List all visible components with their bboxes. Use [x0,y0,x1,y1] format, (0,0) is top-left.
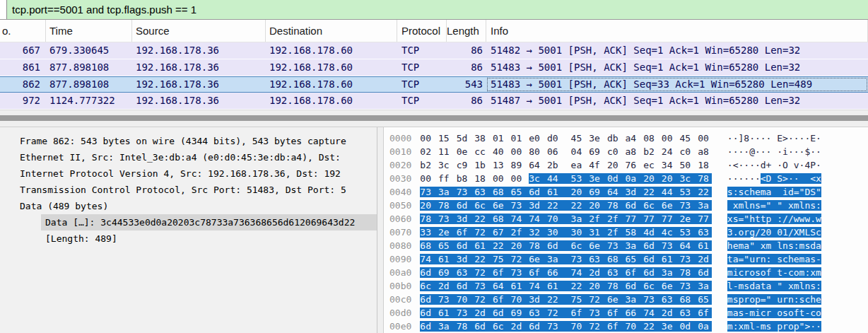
hex-byte: 63 [607,267,626,278]
hex-byte: 73 [643,294,662,305]
hex-byte: 61 [474,240,493,251]
hex-row[interactable]: 00d06d61732d6d6963726f736f66742d636fmas-… [389,306,868,320]
hex-byte: 63 [589,254,607,264]
hex-offset: 00c0 [389,294,420,305]
ascii-char: " [816,187,821,197]
column-header-destination[interactable]: Destination [266,20,397,42]
packet-cell-info: 51483 → 5001 [PSH, ACK] Seq=1 Ack=1 Win=… [486,59,868,76]
hex-byte: ec [643,160,662,170]
column-header-no[interactable]: o. [0,20,46,42]
hex-byte: d0 [547,133,571,144]
detail-line[interactable]: Frame 862: 543 bytes on wire (4344 bits)… [20,133,377,149]
hex-ascii: ta="urn: schemas- [727,254,821,264]
ascii-char: " [749,240,755,251]
hex-byte: cc [474,146,493,157]
ascii-char: e [816,294,821,305]
hex-byte: 6f [698,308,712,318]
ascii-char: X [794,227,799,238]
hex-row[interactable]: 00e06d3a786d6c2d6d7370726f70223e0d0am:xm… [389,320,868,333]
packet-cell-protocol: TCP [397,42,447,59]
ascii-char: l [727,281,733,291]
hex-row[interactable]: 00c06d7370726f703d2275726e3a73636865mspr… [389,293,868,306]
hex-byte: 6d [529,321,547,332]
hex-byte: 70 [571,321,590,332]
pane-splitter-handle[interactable] [0,115,868,121]
hex-byte: 3d [457,254,475,264]
ascii-char: o [749,294,755,305]
hex-row[interactable]: 003000ffb81800003c44533e0d0a20203c78····… [389,172,868,185]
packet-row[interactable]: 861877.898108192.168.178.36192.168.178.6… [0,59,868,76]
detail-line[interactable]: Transmission Control Protocol, Src Port:… [20,182,377,198]
ascii-char: o [777,308,782,318]
pane-splitter[interactable] [0,110,868,127]
ascii-char: - [755,321,761,332]
column-header-protocol[interactable]: Protocol [397,20,447,42]
detail-line[interactable]: Ethernet II, Src: Intel_3e:db:a4 (e0:d0:… [20,149,377,165]
hex-row[interactable]: 0070332e6f72672f323030312f584d4c53633.or… [389,226,868,239]
hex-row[interactable]: 009074613d2275726e3a736368656d61732dta="… [389,252,868,266]
hex-byte: 61 [547,187,571,197]
ascii-char: m [727,321,733,332]
ascii-char: s [810,281,816,291]
column-header-length[interactable]: Length [447,20,486,42]
hex-byte: 2f [589,214,607,224]
ascii-char: h [810,294,816,305]
hex-byte: 3d [529,294,547,305]
detail-line[interactable]: [Length: 489] [41,230,377,247]
hex-row[interactable]: 008068656d612220786d6c6e733a6d736461hema… [389,239,868,252]
hex-byte: 72 [474,294,493,305]
hex-byte: 72 [589,294,607,305]
hex-row[interactable]: 006078733d22687474703a2f2f7777772e77xs="… [389,212,868,226]
hex-byte: 2e [680,214,698,224]
hex-byte: 65 [511,187,529,197]
hex-row[interactable]: 00a06d6963726f736f66742d636f6d3a786dmicr… [389,266,868,279]
hex-row[interactable]: 0020b23cc91b1389642bea4f2076ec345018·<··… [389,158,868,172]
hex-row[interactable]: 0040733a736368656d612069643d22445322s:sc… [389,185,868,199]
hex-byte: 65 [626,254,644,264]
hex-byte: 6d [643,267,662,278]
hex-row[interactable]: 001002110ecc400080060469c0a8b224c0a8····… [389,145,868,158]
ascii-char: n [782,240,788,251]
hex-byte: 73 [680,254,698,264]
ascii-char: S [810,227,816,238]
hex-byte: 6d [420,308,438,318]
packet-cell-length: 86 [447,59,486,76]
ascii-char: S [810,187,816,197]
ascii-char: m [749,308,755,318]
packet-cell-no: 667 [0,42,46,59]
hex-byte: 2b [547,160,571,170]
ascii-char: a [744,240,749,251]
hex-byte: 3e [662,321,680,332]
packet-row[interactable]: 667679.330645192.168.178.36192.168.178.6… [0,42,868,59]
hex-byte: 32 [529,227,547,238]
display-filter-input[interactable]: tcp.port==5001 and tcp.flags.push == 1 [7,0,868,19]
packet-cell-no: 862 [0,77,46,92]
hex-ascii: ······<D S>·· <x [727,173,821,184]
detail-line[interactable]: Data […]: 3c44533e0d0a20203c78733a736368… [41,214,377,230]
hex-byte: 63 [680,308,698,318]
column-header-source[interactable]: Source [132,20,266,42]
ascii-char [777,187,782,197]
hex-byte: 73 [511,200,529,211]
hex-row[interactable]: 00b06c2d6d73646174612220786d6c6e733al-ms… [389,279,868,293]
packet-row[interactable]: 862877.898108192.168.178.36192.168.178.6… [0,76,868,93]
hex-byte: 2e [438,227,457,238]
hex-row[interactable]: 000000155d380101e0d0453edba408004500··]8… [389,132,868,145]
ascii-char: l [749,321,755,332]
ascii-char [782,281,788,291]
ascii-char: : [794,294,799,305]
hex-row[interactable]: 005020786d6c6e733d222220786d6c6e733a xml… [389,199,868,212]
hex-byte: 3e [589,173,607,184]
hex-byte: ea [571,160,590,170]
detail-line[interactable]: Data (489 bytes) [20,198,377,214]
hex-byte: 3d [529,200,547,211]
packet-row[interactable]: 9721124.777322192.168.178.36192.168.178.… [0,93,868,110]
ascii-char: u [749,254,755,264]
hex-ascii: ·<····d+ ·O v·4P· [727,160,821,170]
hex-byte: 3c [529,173,547,184]
ascii-char: g [749,227,755,238]
detail-line[interactable]: Internet Protocol Version 4, Src: 192.16… [20,165,377,182]
packet-cell-info: 51483 → 5001 [PSH, ACK] Seq=33 Ack=1 Win… [486,77,868,92]
column-header-time[interactable]: Time [46,20,132,42]
column-header-info[interactable]: Info [486,20,868,42]
